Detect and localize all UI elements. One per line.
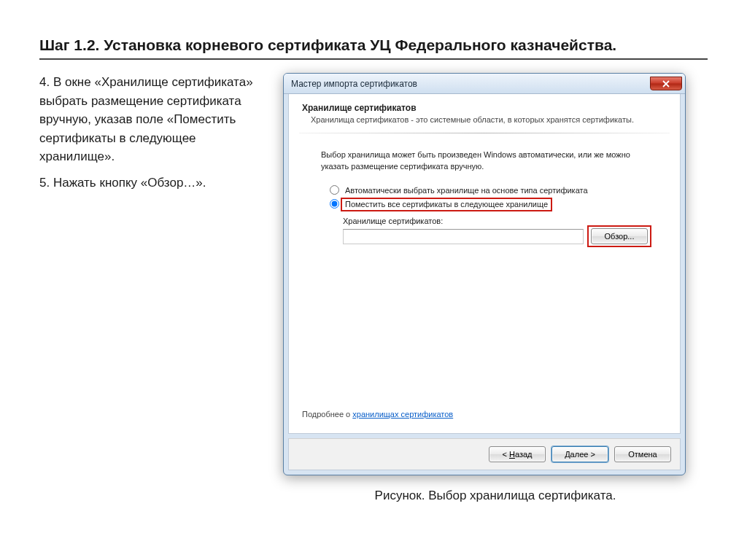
learn-more-row: Подробнее о хранилищах сертификатов — [289, 410, 680, 426]
dialog-footer: < Назад Далее > Отмена — [288, 438, 681, 470]
figure-caption: Рисунок. Выбор хранилища сертификата. — [283, 489, 708, 503]
learn-more-link[interactable]: хранилищах сертификатов — [352, 410, 453, 419]
next-button[interactable]: Далее > — [551, 446, 608, 462]
radio-auto-label: Автоматически выбрать хранилище на основ… — [345, 186, 588, 195]
close-button[interactable] — [650, 77, 682, 90]
titlebar[interactable]: Мастер импорта сертификатов — [284, 74, 685, 94]
close-icon — [662, 80, 670, 88]
learn-more-prefix: Подробнее о — [302, 410, 352, 419]
radio-manual-label: Поместить все сертификаты в следующее хр… — [341, 198, 552, 211]
browse-button[interactable]: Обзор... — [591, 228, 648, 244]
radio-auto-input[interactable] — [330, 185, 339, 195]
choice-intro: Выбор хранилища может быть произведен Wi… — [289, 149, 680, 183]
radio-manual-input[interactable] — [330, 199, 339, 209]
radio-manual-select[interactable]: Поместить все сертификаты в следующее хр… — [289, 197, 680, 211]
title-divider — [39, 58, 708, 60]
divider — [299, 133, 670, 133]
instruction-steps: 4. В окне «Хранилище сертификата» выбрат… — [39, 73, 266, 199]
section-header: Хранилище сертификатов — [289, 103, 680, 114]
page-title: Шаг 1.2. Установка корневого сертификата… — [39, 35, 708, 55]
section-subtext: Хранилища сертификатов - это системные о… — [289, 114, 680, 130]
cancel-button[interactable]: Отмена — [614, 446, 671, 462]
certificate-wizard-dialog: Мастер импорта сертификатов Хранилище се… — [283, 73, 708, 475]
window-title: Мастер импорта сертификатов — [291, 79, 417, 89]
step-4-text: 4. В окне «Хранилище сертификата» выбрат… — [39, 73, 266, 166]
step-5-text: 5. Нажать кнопку «Обзор…». — [39, 174, 266, 192]
back-button[interactable]: < Назад — [489, 446, 546, 462]
store-path-input[interactable] — [343, 229, 584, 244]
radio-auto-select[interactable]: Автоматически выбрать хранилище на основ… — [289, 183, 680, 197]
store-field-label: Хранилище сертификатов: — [343, 217, 648, 225]
